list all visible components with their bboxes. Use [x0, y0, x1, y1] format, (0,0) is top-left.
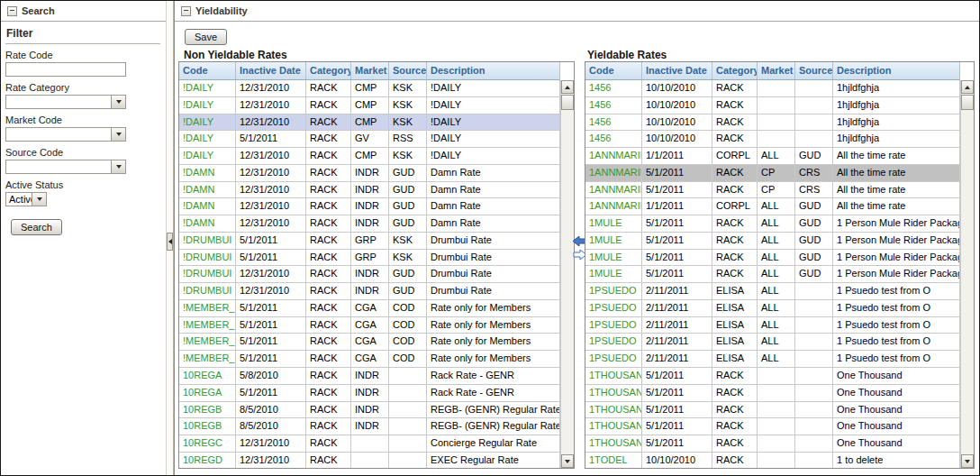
table-row[interactable]: 1THOUSAND5/1/2011RACKOne Thousand [585, 402, 960, 419]
table-row[interactable]: 1MULE5/1/2011RACKALLGUD1 Person Mule Rid… [585, 266, 960, 283]
table-cell: !DAILY [179, 80, 236, 96]
table-cell: Damn Rate [427, 215, 560, 232]
chevron-down-icon[interactable] [111, 96, 125, 108]
column-header[interactable]: Source [795, 62, 833, 79]
table-cell [795, 97, 833, 114]
column-header[interactable]: Market [351, 62, 389, 79]
search-panel-header: Search [1, 1, 166, 22]
table-row[interactable]: 1PSUEDO2/11/2011ELISAALL1 Psuedo test fr… [585, 283, 960, 300]
table-row[interactable]: 1PSUEDO2/11/2011ELISAALL1 Psuedo test fr… [585, 351, 960, 368]
table-row[interactable]: !DAMN12/31/2010RACKINDRGUDDamn Rate [179, 182, 560, 199]
table-row[interactable]: 145610/10/2010RACK1hjldfghja [585, 114, 960, 132]
chevron-down-icon[interactable] [32, 193, 46, 206]
table-row[interactable]: !DAILY12/31/2010RACKCMPKSK!DAILY [179, 97, 560, 114]
table-row[interactable]: 1THOUSAND5/1/2011RACKOne Thousand [585, 385, 960, 402]
table-row[interactable]: 1MULE5/1/2011RACKALLGUD1 Person Mule Rid… [585, 233, 960, 250]
table-cell: 5/1/2011 [642, 233, 712, 249]
table-row[interactable]: 1THOUSAND5/1/2011RACKOne Thousand [585, 418, 960, 435]
table-row[interactable]: 1PSUEDO2/11/2011ELISAALL1 Psuedo test fr… [585, 317, 960, 334]
table-row[interactable]: 1MULE5/1/2011RACKALLGUD1 Person Mule Rid… [585, 215, 960, 233]
scroll-up-button[interactable] [561, 80, 574, 94]
table-row[interactable]: !DAILY12/31/2010RACKCMPKSK!DAILY [179, 80, 560, 97]
yieldable-scrollbar[interactable] [960, 80, 974, 468]
table-row[interactable]: !DRUMBUI12/31/2010RACKINDRGUDDrumbui Rat… [179, 283, 560, 300]
table-cell: !DAILY [179, 148, 236, 164]
table-row[interactable]: 1MULE5/1/2011RACKALLGUD1 Person Mule Rid… [585, 250, 960, 267]
rate-code-input[interactable] [5, 62, 126, 77]
table-row[interactable]: 10REGB8/5/2010RACKINDRREGB- (GENR) Regul… [179, 402, 560, 419]
non-yieldable-scrollbar[interactable] [560, 80, 574, 468]
table-row[interactable]: !MEMBER_RA...5/1/2011RACKCGACODRate only… [179, 334, 560, 351]
column-header[interactable]: Code [585, 62, 642, 79]
table-cell: 1PSUEDO [585, 334, 642, 350]
table-row[interactable]: 1THOUSAND5/1/2011RACKOne Thousand [585, 435, 960, 453]
table-row[interactable]: !DRUMBUI5/1/2011RACKGRPKSKDrumbui Rate [179, 233, 560, 250]
table-cell: ALL [758, 351, 795, 367]
collapse-panel-button[interactable] [167, 233, 173, 251]
table-row[interactable]: 10REGA5/1/2011RACKINDRRack Rate - GENR [179, 385, 560, 402]
column-header[interactable]: Category [712, 62, 758, 79]
table-row[interactable]: 1PSUEDO2/11/2011ELISAALL1 Psuedo test fr… [585, 334, 960, 351]
table-row[interactable]: 1PSUEDO2/11/2011ELISAALL1 Psuedo test fr… [585, 300, 960, 317]
scrollbar-thumb[interactable] [961, 95, 974, 110]
triangle-left-icon [168, 239, 172, 244]
column-header[interactable]: Inactive Date [236, 62, 306, 79]
column-header[interactable]: Category [306, 62, 351, 79]
source-code-select[interactable] [5, 160, 126, 174]
scroll-up-button[interactable] [961, 80, 974, 94]
table-row[interactable]: 1TODEL10/10/2010RACK1 to delete [585, 453, 960, 468]
table-row[interactable]: 1THOUSAND5/1/2011RACKOne Thousand [585, 368, 960, 385]
table-cell [795, 435, 833, 452]
table-row[interactable]: 10REGB8/5/2010RACKINDRREGB- (GENR) Regul… [179, 418, 560, 435]
table-row[interactable]: !MEMBER_RA...5/1/2011RACKCGACODRate only… [179, 317, 560, 334]
search-button[interactable]: Search [11, 219, 62, 235]
table-cell: 1456 [585, 114, 642, 131]
chevron-down-icon[interactable] [111, 160, 125, 173]
table-row[interactable]: !DAMN12/31/2010RACKINDRGUDDamn Rate [179, 215, 560, 233]
table-row[interactable]: 10REGD12/31/2010RACKEXEC Regular Rate [179, 453, 560, 468]
collapse-section-icon[interactable] [7, 6, 17, 16]
table-row[interactable]: 10REGC12/31/2010RACKConcierge Regular Ra… [179, 435, 560, 453]
table-row[interactable]: !DAILY12/31/2010RACKCMPKSK!DAILY [179, 148, 560, 165]
table-cell: RACK [306, 250, 351, 266]
column-header[interactable]: Source [389, 62, 427, 79]
table-cell: One Thousand [833, 435, 960, 452]
column-header[interactable]: Market [758, 62, 795, 79]
active-status-select[interactable]: Active [5, 192, 47, 206]
table-cell: 10/10/2010 [642, 97, 712, 114]
column-header[interactable]: Description [833, 62, 960, 79]
table-row[interactable]: 10REGA5/8/2010RACKINDRRack Rate - GENR [179, 368, 560, 385]
save-button[interactable]: Save [185, 29, 227, 45]
table-cell: 1THOUSAND [585, 385, 642, 401]
table-row[interactable]: 145610/10/2010RACK1hjldfghja [585, 131, 960, 148]
collapse-section-icon[interactable] [181, 6, 191, 16]
table-row[interactable]: 1ANNMARIE5/1/2011RACKCPCRSAll the time r… [585, 165, 960, 182]
panel-splitter[interactable] [166, 1, 174, 475]
table-row[interactable]: !MEMBER_RA...5/1/2011RACKCGACODRate only… [179, 351, 560, 368]
table-row[interactable]: 145610/10/2010RACK1hjldfghja [585, 80, 960, 97]
chevron-down-icon[interactable] [111, 128, 125, 141]
table-row[interactable]: 1ANNMARIE5/1/2011RACKCPCRSAll the time r… [585, 182, 960, 199]
table-row[interactable]: 145610/10/2010RACK1hjldfghja [585, 97, 960, 114]
table-row[interactable]: !DAILY12/31/2010RACKCMPKSK!DAILY [179, 114, 560, 132]
column-header[interactable]: Description [427, 62, 560, 79]
table-row[interactable]: !DAILY5/1/2011RACKGVRSS!DAILY [179, 131, 560, 148]
table-row[interactable]: !DRUMBUI12/31/2010RACKINDRGUDDrumbui Rat… [179, 266, 560, 283]
table-cell: 12/31/2010 [236, 182, 306, 198]
scroll-down-button[interactable] [961, 454, 974, 468]
table-row[interactable]: 1ANNMARIE1/1/2011CORPLALLGUDAll the time… [585, 148, 960, 165]
table-row[interactable]: !DAMN12/31/2010RACKINDRGUDDamn Rate [179, 165, 560, 182]
rate-category-select[interactable] [5, 95, 126, 109]
table-cell: 1PSUEDO [585, 351, 642, 367]
column-header[interactable]: Code [179, 62, 236, 79]
table-cell: Drumbui Rate [427, 266, 560, 282]
table-row[interactable]: !DRUMBUI5/1/2011RACKGRPKSKDrumbui Rate [179, 250, 560, 267]
scrollbar-thumb[interactable] [561, 95, 574, 110]
table-cell: !MEMBER_RA... [179, 334, 236, 350]
table-row[interactable]: !MEMBER_RA...5/1/2011RACKCGACODRate only… [179, 300, 560, 317]
table-row[interactable]: !DAMN12/31/2010RACKINDRGUDDamn Rate [179, 198, 560, 215]
column-header[interactable]: Inactive Date [642, 62, 712, 79]
table-row[interactable]: 1ANNMARIE1/1/2011CORPLALLGUDAll the time… [585, 198, 960, 215]
market-code-select[interactable] [5, 127, 126, 142]
scroll-down-button[interactable] [561, 454, 574, 468]
